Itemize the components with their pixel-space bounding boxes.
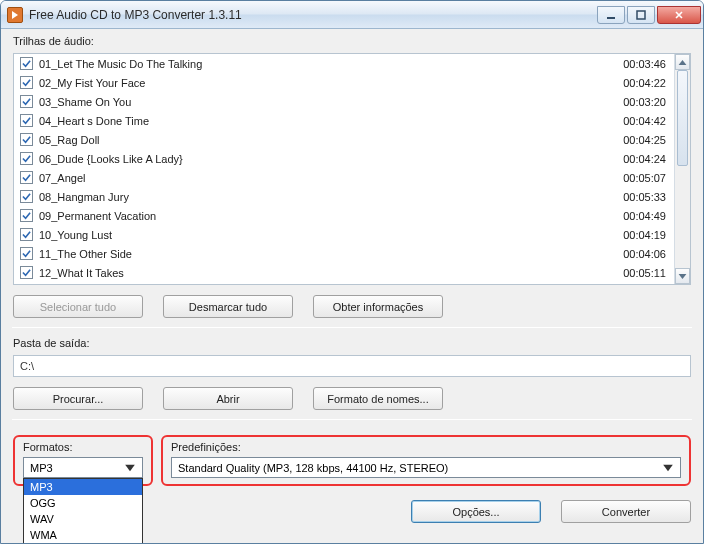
app-icon — [7, 7, 23, 23]
track-name: 08_Hangman Jury — [39, 191, 600, 203]
track-row[interactable]: 10_Young Lust00:04:19 — [14, 225, 674, 244]
formats-combo[interactable]: MP3 MP3 OGG WAV WMA AAC — [23, 457, 143, 478]
svg-rect-1 — [637, 11, 645, 19]
presets-group: Predefinições: Standard Quality (MP3, 12… — [161, 435, 691, 486]
track-duration: 00:05:07 — [606, 172, 666, 184]
get-info-button[interactable]: Obter informações — [313, 295, 443, 318]
track-list[interactable]: 01_Let The Music Do The Talking00:03:460… — [13, 53, 691, 285]
close-button[interactable] — [657, 6, 701, 24]
track-row[interactable]: 03_Shame On You00:03:20 — [14, 92, 674, 111]
track-duration: 00:04:22 — [606, 77, 666, 89]
track-name: 09_Permanent Vacation — [39, 210, 600, 222]
track-buttons-row: Selecionar tudo Desmarcar tudo Obter inf… — [13, 295, 691, 318]
track-row[interactable]: 04_Heart s Done Time00:04:42 — [14, 111, 674, 130]
track-name: 11_The Other Side — [39, 248, 600, 260]
window-title: Free Audio CD to MP3 Converter 1.3.11 — [29, 8, 595, 22]
track-checkbox[interactable] — [20, 114, 33, 127]
track-duration: 00:04:42 — [606, 115, 666, 127]
separator — [12, 419, 692, 420]
presets-selected: Standard Quality (MP3, 128 kbps, 44100 H… — [178, 462, 448, 474]
track-row[interactable]: 01_Let The Music Do The Talking00:03:46 — [14, 54, 674, 73]
deselect-all-button[interactable]: Desmarcar tudo — [163, 295, 293, 318]
formats-selected: MP3 — [30, 462, 53, 474]
presets-combo[interactable]: Standard Quality (MP3, 128 kbps, 44100 H… — [171, 457, 681, 478]
name-format-button[interactable]: Formato de nomes... — [313, 387, 443, 410]
separator — [12, 327, 692, 328]
convert-button[interactable]: Converter — [561, 500, 691, 523]
track-row[interactable]: 05_Rag Doll00:04:25 — [14, 130, 674, 149]
client-area: Trilhas de áudio: 01_Let The Music Do Th… — [1, 29, 703, 543]
tracks-label: Trilhas de áudio: — [13, 35, 691, 47]
track-duration: 00:04:19 — [606, 229, 666, 241]
track-duration: 00:05:33 — [606, 191, 666, 203]
track-checkbox[interactable] — [20, 76, 33, 89]
format-option[interactable]: OGG — [24, 495, 142, 511]
format-option[interactable]: WAV — [24, 511, 142, 527]
scroll-track[interactable] — [675, 70, 690, 268]
svg-rect-0 — [607, 17, 615, 19]
output-path-input[interactable]: C:\ — [13, 355, 691, 377]
track-row[interactable]: 11_The Other Side00:04:06 — [14, 244, 674, 263]
track-checkbox[interactable] — [20, 152, 33, 165]
track-checkbox[interactable] — [20, 133, 33, 146]
track-row[interactable]: 12_What It Takes00:05:11 — [14, 263, 674, 282]
track-row[interactable]: 06_Dude {Looks Like A Lady}00:04:24 — [14, 149, 674, 168]
formats-group: Formatos: MP3 MP3 OGG WAV WMA AAC — [13, 435, 153, 486]
track-row[interactable]: 08_Hangman Jury00:05:33 — [14, 187, 674, 206]
track-checkbox[interactable] — [20, 266, 33, 279]
formats-label: Formatos: — [23, 441, 143, 453]
track-duration: 00:03:46 — [606, 58, 666, 70]
track-row[interactable]: 07_Angel00:05:07 — [14, 168, 674, 187]
options-button[interactable]: Opções... — [411, 500, 541, 523]
track-checkbox[interactable] — [20, 57, 33, 70]
track-checkbox[interactable] — [20, 171, 33, 184]
track-name: 01_Let The Music Do The Talking — [39, 58, 600, 70]
track-duration: 00:04:06 — [606, 248, 666, 260]
format-preset-row: Formatos: MP3 MP3 OGG WAV WMA AAC Predef… — [13, 435, 691, 486]
track-name: 03_Shame On You — [39, 96, 600, 108]
track-checkbox[interactable] — [20, 209, 33, 222]
track-name: 12_What It Takes — [39, 267, 600, 279]
track-name: 07_Angel — [39, 172, 600, 184]
chevron-down-icon — [660, 460, 676, 476]
track-duration: 00:04:49 — [606, 210, 666, 222]
track-name: 04_Heart s Done Time — [39, 115, 600, 127]
output-path-value: C:\ — [20, 360, 34, 372]
track-name: 06_Dude {Looks Like A Lady} — [39, 153, 600, 165]
track-row[interactable]: 02_My Fist Your Face00:04:22 — [14, 73, 674, 92]
track-duration: 00:03:20 — [606, 96, 666, 108]
formats-dropdown[interactable]: MP3 OGG WAV WMA AAC — [23, 478, 143, 544]
titlebar: Free Audio CD to MP3 Converter 1.3.11 — [1, 1, 703, 29]
scroll-thumb[interactable] — [677, 70, 688, 166]
track-checkbox[interactable] — [20, 190, 33, 203]
track-checkbox[interactable] — [20, 228, 33, 241]
app-window: Free Audio CD to MP3 Converter 1.3.11 Tr… — [0, 0, 704, 544]
output-buttons-row: Procurar... Abrir Formato de nomes... — [13, 387, 691, 410]
track-checkbox[interactable] — [20, 247, 33, 260]
track-checkbox[interactable] — [20, 95, 33, 108]
track-name: 10_Young Lust — [39, 229, 600, 241]
track-duration: 00:05:11 — [606, 267, 666, 279]
select-all-button[interactable]: Selecionar tudo — [13, 295, 143, 318]
maximize-button[interactable] — [627, 6, 655, 24]
window-controls — [595, 6, 701, 24]
chevron-down-icon — [122, 460, 138, 476]
presets-label: Predefinições: — [171, 441, 681, 453]
track-name: 05_Rag Doll — [39, 134, 600, 146]
scroll-up-button[interactable] — [675, 54, 690, 70]
scroll-down-button[interactable] — [675, 268, 690, 284]
output-label: Pasta de saída: — [13, 337, 691, 349]
format-option[interactable]: MP3 — [24, 479, 142, 495]
scrollbar[interactable] — [674, 54, 690, 284]
track-duration: 00:04:25 — [606, 134, 666, 146]
format-option[interactable]: WMA — [24, 527, 142, 543]
browse-button[interactable]: Procurar... — [13, 387, 143, 410]
track-row[interactable]: 09_Permanent Vacation00:04:49 — [14, 206, 674, 225]
track-duration: 00:04:24 — [606, 153, 666, 165]
open-button[interactable]: Abrir — [163, 387, 293, 410]
minimize-button[interactable] — [597, 6, 625, 24]
track-name: 02_My Fist Your Face — [39, 77, 600, 89]
